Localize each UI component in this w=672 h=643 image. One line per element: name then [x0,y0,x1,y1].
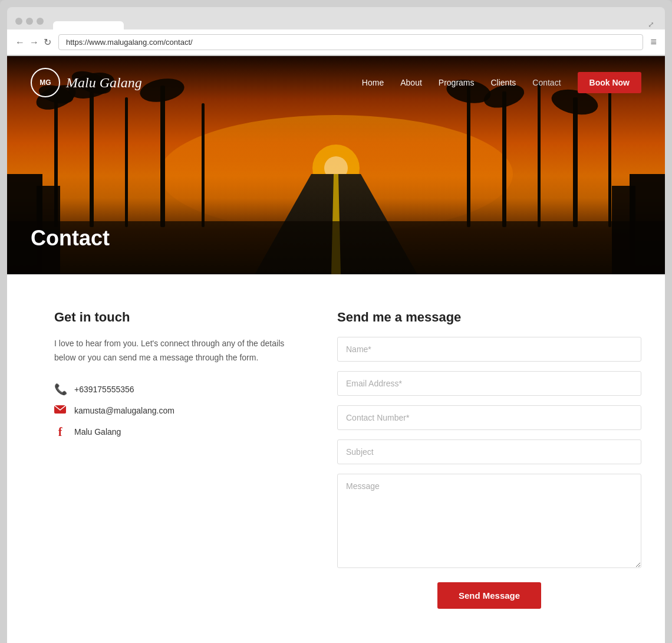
main-content: Get in touch I love to hear from you. Le… [7,274,665,643]
dot-green [37,18,44,25]
facebook-name: Malu Galang [74,427,121,437]
svg-rect-15 [608,88,611,227]
message-textarea[interactable] [337,474,641,568]
logo-text: Malu Galang [66,75,142,91]
site-logo[interactable]: MG Malu Galang [31,68,142,97]
phone-icon: 📞 [54,383,66,396]
nav-link-home[interactable]: Home [362,78,384,87]
right-column: Send me a message Send Message [337,310,641,609]
nav-links: Home About Programs Clients Contact Book… [362,72,641,93]
svg-rect-28 [612,186,635,274]
browser-nav-buttons: ← → ↻ [15,37,51,48]
phone-input[interactable] [337,405,641,430]
dot-red [15,18,22,25]
contact-description: I love to hear from you. Let's connect t… [54,337,302,365]
svg-rect-10 [202,103,205,227]
contact-facebook-item: f Malu Galang [54,425,302,439]
reload-button[interactable]: ↻ [44,37,51,48]
nav-link-about[interactable]: About [400,78,422,87]
contact-email-item: kamusta@malugalang.com [54,405,302,416]
svg-rect-12 [502,91,506,227]
logo-initials: MG [39,78,51,87]
get-in-touch-title: Get in touch [54,310,302,325]
site-navigation: MG Malu Galang Home About Programs Clien… [7,56,665,109]
svg-rect-14 [573,97,578,227]
hero-section: MG Malu Galang Home About Programs Clien… [7,56,665,274]
nav-link-contact[interactable]: Contact [532,78,561,87]
hero-title: Contact [31,226,110,251]
name-input[interactable] [337,337,641,362]
book-now-button[interactable]: Book Now [578,72,641,93]
browser-content: MG Malu Galang Home About Programs Clien… [7,55,665,643]
logo-circle: MG [31,68,60,97]
left-column: Get in touch I love to hear from you. Le… [54,310,302,609]
send-message-button[interactable]: Send Message [437,582,541,609]
browser-dots [15,18,44,25]
facebook-icon: f [54,425,66,439]
forward-button[interactable]: → [29,37,39,48]
phone-number: +639175555356 [74,385,134,394]
dot-yellow [26,18,33,25]
email-icon [54,405,66,416]
subject-input[interactable] [337,439,641,464]
send-message-title: Send me a message [337,310,641,325]
browser-menu-icon[interactable]: ≡ [650,36,657,48]
nav-link-programs[interactable]: Programs [439,78,475,87]
nav-link-clients[interactable]: Clients [491,78,516,87]
browser-tab[interactable] [53,21,124,29]
address-bar[interactable]: https://www.malugalang.com/contact/ [58,34,643,50]
email-envelope-icon [54,405,66,414]
contact-phone-item: 📞 +639175555356 [54,383,302,396]
back-button[interactable]: ← [15,37,25,48]
expand-icon[interactable]: ⤢ [648,20,654,29]
email-input[interactable] [337,371,641,396]
email-address: kamusta@malugalang.com [74,406,174,415]
svg-rect-8 [125,97,128,227]
